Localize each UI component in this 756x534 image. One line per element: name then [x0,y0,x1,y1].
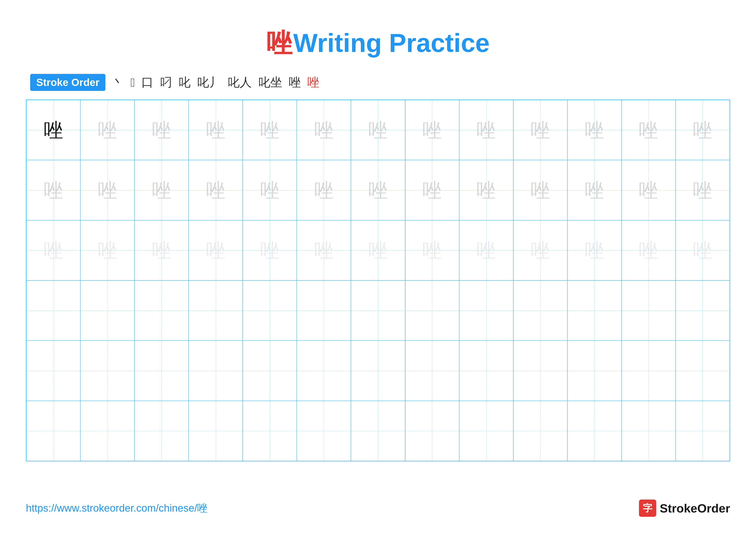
grid-cell[interactable] [80,341,134,401]
grid-cell[interactable]: 唑 [351,100,405,160]
stroke-step-3: 口 [141,74,153,91]
grid-cell[interactable]: 唑 [513,160,567,220]
grid-cell[interactable]: 唑 [405,100,459,160]
grid-cell[interactable] [243,401,297,461]
grid-cell[interactable] [513,401,567,461]
grid-cell[interactable] [26,280,80,341]
grid-cell[interactable] [622,280,676,341]
grid-cell[interactable]: 唑 [459,100,513,160]
grid-cell[interactable] [134,341,189,401]
grid-cell[interactable] [189,401,243,461]
practice-char: 唑 [693,120,712,140]
grid-cell[interactable] [513,280,567,341]
grid-cell[interactable]: 唑 [26,160,80,220]
grid-cell[interactable] [459,401,513,461]
grid-cell[interactable]: 唑 [134,100,189,160]
grid-cell[interactable]: 唑 [80,160,134,220]
footer-logo-text: StrokeOrder [660,501,730,515]
grid-cell[interactable] [297,401,351,461]
page: 唑 Writing Practice Stroke Order 丶 𠃍 口 叼 … [0,0,756,534]
practice-char: 唑 [639,241,658,260]
grid-cell[interactable]: 唑 [351,220,405,280]
grid-cell[interactable] [189,280,243,341]
grid-cell[interactable]: 唑 [676,160,730,220]
stroke-step-2: 𠃍 [130,75,135,89]
grid-cell[interactable]: 唑 [26,100,80,160]
grid-cell[interactable]: 唑 [405,220,459,280]
grid-cell[interactable]: 唑 [351,160,405,220]
stroke-step-7: 叱人 [228,74,252,91]
grid-cell[interactable]: 唑 [567,220,622,280]
grid-cell[interactable] [26,401,80,461]
grid-cell[interactable] [459,341,513,401]
grid-cell[interactable]: 唑 [513,100,567,160]
grid-cell[interactable]: 唑 [622,100,676,160]
grid-cell[interactable]: 唑 [513,220,567,280]
practice-char: 唑 [530,241,550,260]
grid-cell[interactable]: 唑 [622,160,676,220]
grid-cell[interactable]: 唑 [189,220,243,280]
grid-cell[interactable]: 唑 [459,220,513,280]
grid-cell[interactable] [405,280,459,341]
grid-cell[interactable] [676,341,730,401]
practice-char: 唑 [693,241,712,260]
grid-cell[interactable]: 唑 [297,100,351,160]
stroke-step-9: 唑 [289,74,301,91]
practice-char: 唑 [260,181,280,200]
grid-cell[interactable]: 唑 [567,160,622,220]
title-character: 唑 [266,28,292,57]
grid-cell[interactable] [26,341,80,401]
grid-cell[interactable] [513,341,567,401]
grid-cell[interactable]: 唑 [297,160,351,220]
stroke-order-row: Stroke Order 丶 𠃍 口 叼 叱 叱丿 叱人 叱坐 唑 唑 [30,74,730,91]
grid-cell[interactable]: 唑 [676,220,730,280]
grid-cell[interactable] [243,341,297,401]
grid-cell[interactable]: 唑 [134,220,189,280]
grid-cell[interactable] [189,341,243,401]
footer-url: https://www.strokeorder.com/chinese/唑 [26,501,207,515]
grid-cell[interactable]: 唑 [26,220,80,280]
title-writing-practice: Writing Practice [293,28,490,57]
grid-cell[interactable]: 唑 [405,160,459,220]
grid-cell[interactable]: 唑 [243,160,297,220]
grid-cell[interactable] [567,280,622,341]
grid-cell[interactable]: 唑 [622,220,676,280]
grid-cell[interactable] [243,280,297,341]
grid-cell[interactable] [567,341,622,401]
stroke-step-5: 叱 [178,74,191,91]
grid-cell[interactable] [351,341,405,401]
grid-cell[interactable]: 唑 [189,160,243,220]
practice-char: 唑 [422,120,442,140]
grid-cell[interactable]: 唑 [459,160,513,220]
grid-cell[interactable] [405,341,459,401]
grid-cell[interactable]: 唑 [243,220,297,280]
grid-cell[interactable]: 唑 [243,100,297,160]
practice-char: 唑 [368,241,388,260]
grid-cell[interactable] [459,280,513,341]
grid-cell[interactable] [80,401,134,461]
practice-char: 唑 [206,120,226,140]
grid-cell[interactable] [297,280,351,341]
practice-char: 唑 [98,241,117,260]
grid-cell[interactable]: 唑 [80,100,134,160]
grid-cell[interactable] [351,280,405,341]
grid-cell[interactable] [297,341,351,401]
grid-cell[interactable] [676,401,730,461]
grid-cell[interactable]: 唑 [676,100,730,160]
grid-cell[interactable] [405,401,459,461]
grid-cell[interactable] [676,280,730,341]
grid-cell[interactable]: 唑 [134,160,189,220]
grid-cell[interactable] [351,401,405,461]
grid-cell[interactable]: 唑 [297,220,351,280]
practice-char: 唑 [44,241,63,260]
grid-cell[interactable] [134,401,189,461]
grid-cell[interactable]: 唑 [189,100,243,160]
grid-cell[interactable] [567,401,622,461]
grid-cell[interactable] [622,341,676,401]
stroke-step-4: 叼 [160,74,172,91]
grid-cell[interactable]: 唑 [567,100,622,160]
grid-cell[interactable] [134,280,189,341]
grid-cell[interactable] [80,280,134,341]
grid-cell[interactable]: 唑 [80,220,134,280]
grid-cell[interactable] [622,401,676,461]
